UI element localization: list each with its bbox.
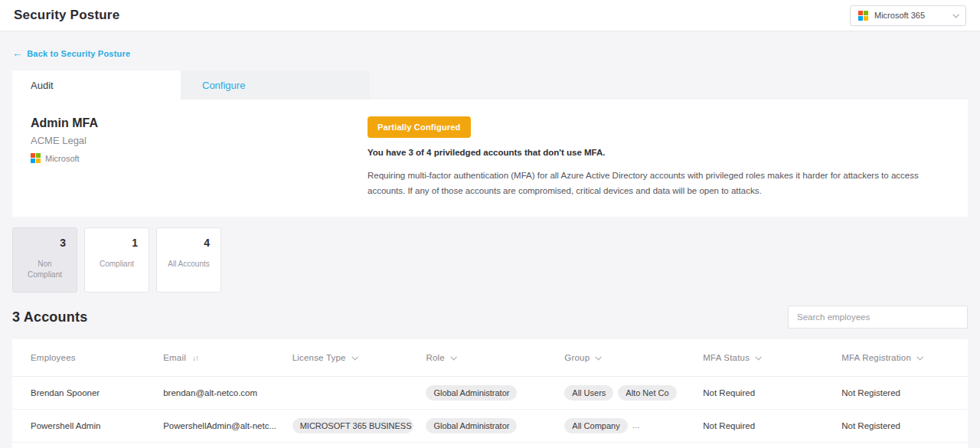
table-row[interactable]: Powershell Admin PowershellAdmin@alt-net… (12, 410, 968, 443)
detail-left-panel: Admin MFA ACME Legal Microsoft (31, 116, 368, 198)
employee-email: randy.bristol@alt-netco.com (155, 443, 284, 448)
tab-bar: Audit Configure (12, 70, 968, 100)
provider-row: Microsoft (31, 153, 368, 163)
license-pill: MICROSOFT 365 BUSINESS STAN (292, 418, 413, 433)
mfa-registration-cell: Not Registered (834, 410, 968, 443)
column-license-type[interactable]: License Type (285, 339, 419, 377)
tenant-label: Microsoft 365 (874, 11, 947, 20)
column-label: Group (564, 353, 590, 362)
stat-label: Compliant (96, 259, 138, 270)
chevron-down-icon (952, 11, 959, 18)
mfa-registration-cell: Not Registered (834, 377, 968, 410)
stat-card-compliant[interactable]: 1 Compliant (84, 227, 149, 293)
provider-label: Microsoft (45, 154, 80, 163)
stat-value: 3 (24, 237, 66, 249)
group-pill: All Company (564, 418, 627, 433)
chevron-down-icon[interactable] (450, 354, 456, 360)
column-label: MFA Registration (841, 353, 911, 362)
column-label: Email (163, 353, 186, 362)
microsoft-logo-icon (858, 11, 868, 21)
tenant-selector[interactable]: Microsoft 365 (850, 5, 966, 26)
page-title: Security Posture (14, 8, 119, 23)
audit-detail-card: Admin MFA ACME Legal Microsoft Partially… (12, 100, 968, 217)
chevron-down-icon[interactable] (916, 354, 923, 360)
employee-name: Brendan Spooner (12, 377, 155, 410)
stat-card-all-accounts[interactable]: 4 All Accounts (156, 227, 221, 293)
accounts-count-title: 3 Accounts (12, 309, 87, 325)
column-label: License Type (292, 353, 346, 362)
mfa-status-cell: Not Required (695, 410, 834, 443)
role-cell: Global Administrator (418, 410, 557, 443)
role-cell: Global Administrator (418, 443, 557, 448)
table-row[interactable]: Randy Bristol randy.bristol@alt-netco.co… (12, 443, 968, 448)
top-bar: Security Posture Microsoft 365 (0, 0, 980, 31)
group-pill: All Users (564, 385, 613, 401)
stat-label: All Accounts (168, 259, 210, 270)
chevron-down-icon[interactable] (756, 354, 762, 360)
column-group[interactable]: Group (557, 339, 695, 377)
back-link[interactable]: ← Back to Security Posture (12, 47, 130, 59)
detail-right-panel: Partially Configured You have 3 of 4 pri… (368, 116, 949, 198)
tab-audit[interactable]: Audit (12, 70, 181, 100)
search-input[interactable] (788, 306, 968, 329)
tab-configure[interactable]: Configure (181, 70, 370, 100)
column-mfa-status[interactable]: MFA Status (695, 339, 834, 377)
table-row[interactable]: Brendan Spooner brendan@alt-netco.com Gl… (12, 377, 968, 410)
license-cell (285, 377, 419, 410)
status-badge: Partially Configured (368, 116, 471, 138)
back-link-label: Back to Security Posture (27, 49, 130, 58)
license-cell: MICROSOFT 365 BUSINESS STAN (285, 443, 419, 448)
column-employees: Employees (12, 339, 155, 377)
stat-card-row: 3 Non Compliant 1 Compliant 4 All Accoun… (12, 227, 968, 293)
role-pill: Global Administrator (426, 385, 517, 401)
chevron-down-icon[interactable] (351, 354, 358, 360)
group-cell: All UsersAlto Net Co (557, 377, 695, 410)
column-label: MFA Status (703, 353, 750, 362)
mfa-registration-cell: Not Registered (834, 443, 968, 448)
company-name: ACME Legal (31, 135, 368, 146)
column-email[interactable]: Email ↓↑ (155, 339, 284, 377)
audit-description: Requiring multi-factor authentication (M… (368, 168, 940, 198)
chevron-down-icon[interactable] (596, 354, 602, 360)
employee-name: Randy Bristol (12, 443, 155, 448)
employee-email: brendan@alt-netco.com (155, 377, 284, 410)
role-cell: Global Administrator (418, 377, 557, 410)
accounts-table: Employees Email ↓↑ License Type (12, 339, 968, 448)
more-groups-indicator: ... (632, 420, 640, 430)
column-label: Employees (31, 353, 76, 362)
employee-email: PowershellAdmin@alt-netc... (155, 410, 284, 443)
microsoft-logo-icon (31, 153, 41, 163)
mfa-status-cell: Not Required (695, 377, 834, 410)
audit-summary: You have 3 of 4 priviledged accounts tha… (368, 148, 940, 157)
table-header-row: Employees Email ↓↑ License Type (12, 339, 968, 377)
role-pill: Global Administrator (426, 418, 517, 433)
sort-arrows-icon[interactable]: ↓↑ (192, 354, 198, 362)
license-cell: MICROSOFT 365 BUSINESS STAN (285, 410, 419, 443)
stat-label: Non Compliant (24, 259, 66, 280)
column-role[interactable]: Role (418, 339, 557, 377)
back-arrow-icon: ← (12, 47, 22, 59)
stat-value: 4 (168, 237, 210, 249)
group-cell: All Company... (557, 443, 695, 448)
stat-value: 1 (96, 237, 138, 249)
group-pill: Alto Net Co (618, 385, 676, 401)
mfa-status-cell: Not Required (695, 443, 834, 448)
accounts-header: 3 Accounts (12, 306, 968, 329)
employee-name: Powershell Admin (12, 410, 155, 443)
group-cell: All Company... (557, 410, 695, 443)
column-label: Role (426, 353, 444, 362)
stat-card-non-compliant[interactable]: 3 Non Compliant (12, 227, 77, 293)
column-mfa-registration[interactable]: MFA Registration (834, 339, 968, 377)
audit-title: Admin MFA (31, 116, 368, 130)
